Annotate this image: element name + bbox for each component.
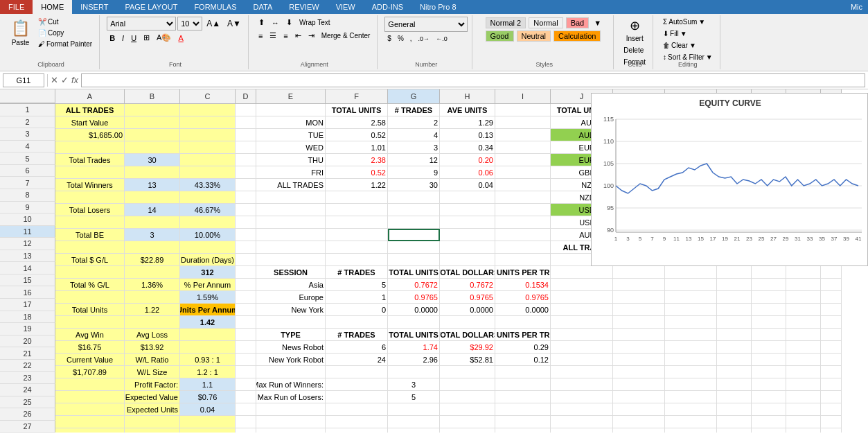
cell-a12[interactable] <box>55 241 125 254</box>
cell-k19[interactable] <box>613 329 665 341</box>
cell-f8[interactable] <box>326 191 388 204</box>
row-header-20[interactable]: 20 <box>0 335 55 348</box>
font-size-select[interactable]: 10 <box>177 17 202 30</box>
cell-c12[interactable] <box>180 241 236 254</box>
cell-e8[interactable] <box>256 191 326 204</box>
cell-n26[interactable] <box>752 416 786 428</box>
cell-i18[interactable] <box>495 316 551 329</box>
cell-d19[interactable] <box>236 329 256 341</box>
cell-a27[interactable] <box>55 428 125 433</box>
cell-f4[interactable]: 1.01 <box>326 141 388 154</box>
cell-m14[interactable] <box>717 266 752 279</box>
cell-g5[interactable]: 12 <box>388 154 440 166</box>
tab-insert[interactable]: INSERT <box>72 0 116 14</box>
cell-i17[interactable]: 0.0000 <box>495 304 551 316</box>
row-header-22[interactable]: 22 <box>0 360 55 372</box>
cell-l14[interactable] <box>665 266 717 279</box>
cell-i23[interactable] <box>495 378 551 391</box>
cell-g15[interactable]: 0.7672 <box>388 279 440 291</box>
style-normal2[interactable]: Normal 2 <box>486 17 526 28</box>
cell-d9[interactable] <box>236 204 256 216</box>
cell-n16[interactable] <box>752 291 786 304</box>
cell-b27[interactable] <box>125 428 180 433</box>
cell-f11[interactable] <box>326 229 388 241</box>
style-bad[interactable]: Bad <box>566 17 590 28</box>
cell-m19[interactable] <box>717 329 752 341</box>
row-header-26[interactable]: 26 <box>0 408 55 421</box>
cell-a2[interactable]: Start Value <box>55 116 125 129</box>
cell-n14[interactable] <box>752 266 786 279</box>
row-header-17[interactable]: 17 <box>0 299 55 311</box>
cell-d18[interactable] <box>236 316 256 329</box>
cell-a17[interactable]: Total Units <box>55 304 125 316</box>
italic-button[interactable]: I <box>119 33 127 44</box>
merge-center-button[interactable]: Merge & Center <box>319 30 373 41</box>
cell-e14[interactable]: SESSION <box>256 266 326 279</box>
cell-o16[interactable] <box>786 291 821 304</box>
cell-d10[interactable] <box>236 216 256 229</box>
align-middle-button[interactable]: ↔ <box>269 17 282 28</box>
cell-n17[interactable] <box>752 304 786 316</box>
cell-k18[interactable] <box>613 316 665 329</box>
cell-n20[interactable] <box>752 341 786 354</box>
cell-c25[interactable]: 0.04 <box>180 403 236 416</box>
cell-d17[interactable] <box>236 304 256 316</box>
cell-h15[interactable]: 0.7672 <box>440 279 495 291</box>
cell-b20[interactable]: $13.92 <box>125 341 180 354</box>
indent-decrease-button[interactable]: ⇤ <box>292 30 304 42</box>
cell-i5[interactable] <box>495 154 551 166</box>
cell-a9[interactable]: Total Losers <box>55 204 125 216</box>
cell-h26[interactable] <box>440 416 495 428</box>
tab-addins[interactable]: ADD-INS <box>364 0 411 14</box>
cell-h20[interactable]: $29.92 <box>440 341 495 354</box>
cell-f15[interactable]: 5 <box>326 279 388 291</box>
cell-j21[interactable] <box>551 354 613 366</box>
cell-g25[interactable] <box>388 403 440 416</box>
fill-color-button[interactable]: A🎨 <box>154 32 174 44</box>
cell-k25[interactable] <box>613 403 665 416</box>
cell-b11[interactable]: 3 <box>125 229 180 241</box>
cell-l17[interactable] <box>665 304 717 316</box>
cell-c17[interactable]: Units Per Annum <box>180 304 236 316</box>
cell-f21[interactable]: 24 <box>326 354 388 366</box>
cell-p24[interactable] <box>821 391 842 403</box>
cell-p21[interactable] <box>821 354 842 366</box>
cell-d13[interactable] <box>236 254 256 266</box>
cell-p17[interactable] <box>821 304 842 316</box>
cell-c13[interactable]: Duration (Days) <box>180 254 236 266</box>
cell-f2[interactable]: 2.58 <box>326 116 388 129</box>
cell-g10[interactable] <box>388 216 440 229</box>
cell-g3[interactable]: 4 <box>388 129 440 141</box>
tab-home[interactable]: HOME <box>33 0 72 14</box>
cell-f16[interactable]: 1 <box>326 291 388 304</box>
cell-d15[interactable] <box>236 279 256 291</box>
cell-b10[interactable] <box>125 216 180 229</box>
cell-m22[interactable] <box>717 366 752 378</box>
cell-o21[interactable] <box>786 354 821 366</box>
cell-i26[interactable] <box>495 416 551 428</box>
cell-n19[interactable] <box>752 329 786 341</box>
cell-g17[interactable]: 0.0000 <box>388 304 440 316</box>
cell-c15[interactable]: % Per Annum <box>180 279 236 291</box>
cell-g9[interactable] <box>388 204 440 216</box>
align-top-button[interactable]: ⬆ <box>256 17 267 28</box>
cell-c23[interactable]: 1.1 <box>180 378 236 391</box>
align-left-button[interactable]: ≡ <box>256 30 265 42</box>
cell-b5[interactable]: 30 <box>125 154 180 166</box>
cell-g7[interactable]: 30 <box>388 179 440 191</box>
cell-d16[interactable] <box>236 291 256 304</box>
cell-i24[interactable] <box>495 391 551 403</box>
cell-b18[interactable] <box>125 316 180 329</box>
cell-m20[interactable] <box>717 341 752 354</box>
cell-e17[interactable]: New York <box>256 304 326 316</box>
cell-d27[interactable] <box>236 428 256 433</box>
cell-m15[interactable] <box>717 279 752 291</box>
cell-l23[interactable] <box>665 378 717 391</box>
cell-c9[interactable]: 46.67% <box>180 204 236 216</box>
cell-f25[interactable] <box>326 403 388 416</box>
row-header-12[interactable]: 12 <box>0 238 55 250</box>
cell-h27[interactable] <box>440 428 495 433</box>
cell-d23[interactable] <box>236 378 256 391</box>
cell-e26[interactable] <box>256 416 326 428</box>
cell-e10[interactable] <box>256 216 326 229</box>
